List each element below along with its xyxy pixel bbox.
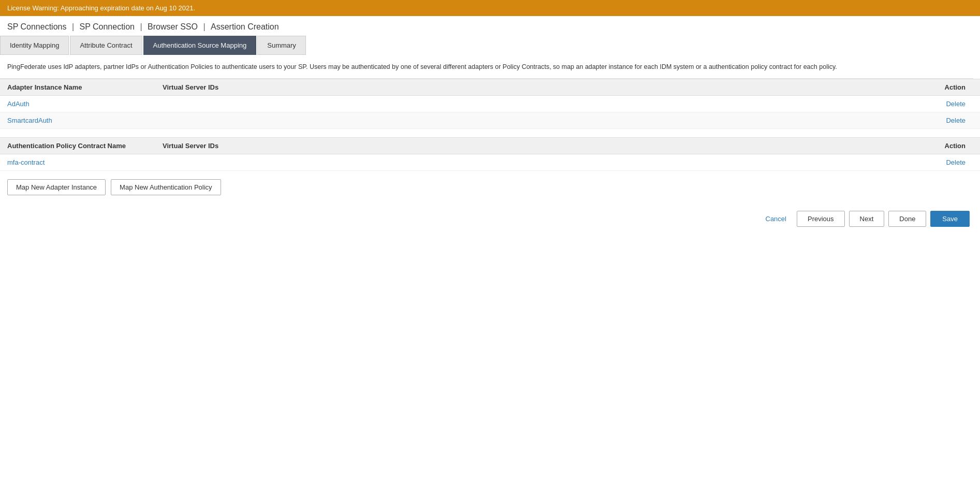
next-button[interactable]: Next	[849, 211, 885, 227]
done-button[interactable]: Done	[888, 211, 926, 227]
policy-col-action-header: Action	[931, 142, 973, 150]
tab-authentication-source-mapping[interactable]: Authentication Source Mapping	[143, 36, 257, 55]
adapter-col-name-header: Adapter Instance Name	[7, 83, 163, 91]
page-description: PingFederate uses IdP adapters, partner …	[0, 55, 973, 79]
save-button[interactable]: Save	[930, 211, 970, 227]
tab-summary[interactable]: Summary	[257, 36, 306, 55]
license-warning-banner: License Warning: Approaching expiration …	[0, 0, 980, 16]
previous-button[interactable]: Previous	[797, 211, 845, 227]
adapter-row-0-name[interactable]: AdAuth	[7, 100, 163, 108]
adapter-table-header: Adapter Instance Name Virtual Server IDs…	[0, 79, 980, 96]
adapter-row-1-name[interactable]: SmartcardAuth	[7, 117, 163, 124]
policy-table-header: Authentication Policy Contract Name Virt…	[0, 137, 980, 154]
tabs-container: Identity Mapping Attribute Contract Auth…	[0, 36, 980, 55]
breadcrumb: SP Connections | SP Connection | Browser…	[0, 16, 980, 36]
breadcrumb-item-assertion-creation: Assertion Creation	[211, 22, 279, 31]
breadcrumb-sep-3: |	[203, 22, 208, 31]
tab-attribute-contract[interactable]: Attribute Contract	[70, 36, 142, 55]
breadcrumb-item-browser-sso[interactable]: Browser SSO	[148, 22, 198, 31]
breadcrumb-sep-1: |	[72, 22, 77, 31]
adapter-instance-section: Adapter Instance Name Virtual Server IDs…	[0, 79, 980, 129]
adapter-col-action-header: Action	[931, 83, 973, 91]
action-buttons-row: Map New Adapter Instance Map New Authent…	[0, 171, 980, 204]
policy-contract-section: Authentication Policy Contract Name Virt…	[0, 137, 980, 171]
policy-col-name-header: Authentication Policy Contract Name	[7, 142, 163, 150]
map-policy-button[interactable]: Map New Authentication Policy	[111, 179, 221, 195]
adapter-row-0: AdAuth Delete	[0, 96, 980, 112]
tab-identity-mapping[interactable]: Identity Mapping	[0, 36, 69, 55]
adapter-row-0-action[interactable]: Delete	[931, 100, 973, 108]
adapter-row-1-action[interactable]: Delete	[931, 117, 973, 124]
map-adapter-button[interactable]: Map New Adapter Instance	[7, 179, 106, 195]
adapter-row-1: SmartcardAuth Delete	[0, 112, 980, 129]
policy-row-0-name[interactable]: mfa-contract	[7, 158, 163, 166]
policy-col-vsid-header: Virtual Server IDs	[163, 142, 931, 150]
policy-row-0: mfa-contract Delete	[0, 154, 980, 171]
cancel-button[interactable]: Cancel	[759, 211, 793, 226]
breadcrumb-item-sp-connection[interactable]: SP Connection	[80, 22, 135, 31]
breadcrumb-sep-2: |	[140, 22, 144, 31]
adapter-col-vsid-header: Virtual Server IDs	[163, 83, 931, 91]
policy-row-0-action[interactable]: Delete	[931, 158, 973, 166]
license-warning-text: License Warning: Approaching expiration …	[7, 4, 195, 12]
breadcrumb-item-sp-connections[interactable]: SP Connections	[7, 22, 66, 31]
footer-actions: Cancel Previous Next Done Save	[0, 204, 980, 234]
